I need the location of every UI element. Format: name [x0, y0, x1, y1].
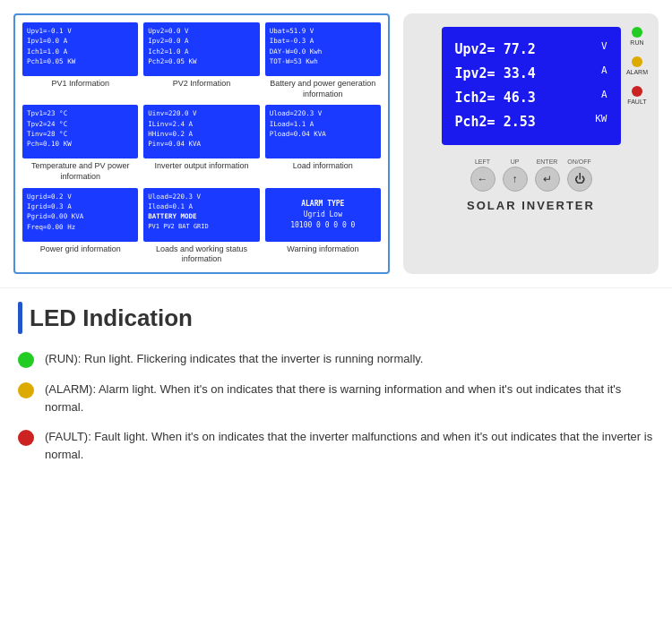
info-panel-load: Uload=220.3 VILoad=1.1 APload=0.04 KVALo… [265, 105, 381, 182]
led-items-container: (RUN): Run light. Flickering indicates t… [18, 350, 654, 463]
info-panel-pv2: Upv2=0.0 VIpv2=0.0 AIch2=1.0 APch2=0.05 … [143, 22, 259, 99]
device-led-label-alarm: ALARM [626, 69, 648, 75]
btn-label-on/off: ON/OFF [567, 158, 590, 165]
screen-data-row: Ich2= 46.3A [455, 86, 607, 110]
device-led-alarm: ALARM [626, 56, 648, 75]
nav-btn-enter[interactable]: ↵ [535, 167, 560, 192]
screen-inverter-output: Uinv=220.0 VILinv=2.4 AHHinv=0.2 APinv=0… [143, 105, 259, 158]
inverter-screen: Upv2= 77.2VIpv2= 33.4AIch2= 46.3APch2= 2… [442, 27, 621, 145]
screen-warning: ALARM TYPEUgrid Low10100 0 0 0 0 0 [265, 188, 381, 242]
inverter-buttons: LEFT←UP↑ENTER↵ON/OFF⏻ [470, 158, 592, 192]
screen-pv1: Upv1=-0.1 VIpv1=0.0 AIch1=1.0 APch1=0.05… [22, 22, 138, 76]
info-panel-loads-working: Uload=220.3 VIload=0.1 ABATTERY MODEPV1 … [143, 188, 259, 265]
info-panel-power-grid: Ugrid=0.2 VIgrid=0.3 APgrid=0.00 KVAFreq… [22, 188, 138, 265]
screen-data-row: Ipv2= 33.4A [455, 62, 607, 86]
btn-label-up: UP [511, 158, 520, 165]
info-panel-temp: Tpv1=23 °CTpv2=24 °CTinv=28 °CPch=0.10 K… [22, 105, 138, 182]
screen-load: Uload=220.3 VILoad=1.1 APload=0.04 KVA [265, 105, 381, 158]
info-panel-battery: Ubat=51.9 VIbat=-0.3 ADAY-W=0.0 KwhTOT-W… [265, 22, 381, 99]
device-led-dot-alarm [632, 56, 642, 67]
led-section: LED Indication (RUN): Run light. Flicker… [0, 287, 672, 489]
btn-label-left: LEFT [475, 158, 490, 165]
led-circle-red [18, 430, 34, 446]
top-section: Upv1=-0.1 VIpv1=0.0 AIch1=1.0 APch1=0.05… [0, 0, 672, 287]
screen-pv2: Upv2=0.0 VIpv2=0.0 AIch2=1.0 APch2=0.05 … [143, 22, 259, 76]
device-led-run: RUN [630, 27, 643, 46]
screen-label-inverter-output: Inverter output information [143, 161, 259, 172]
inverter-device: Upv2= 77.2VIpv2= 33.4AIch2= 46.3APch2= 2… [403, 13, 659, 274]
btn-group-on/off: ON/OFF⏻ [567, 158, 592, 192]
device-led-dot-run [632, 27, 642, 38]
screen-label-pv2: PV2 Information [143, 79, 259, 90]
device-led-label-fault: FAULT [627, 98, 646, 105]
nav-btn-left[interactable]: ← [470, 167, 495, 192]
inverter-title: SOLAR INVERTER [467, 199, 595, 212]
led-section-bar [18, 302, 22, 334]
device-led-dot-fault [632, 86, 642, 97]
screen-label-loads-working: Loads and working status information [143, 244, 259, 265]
led-description-red: (FAULT): Fault light. When it's on indic… [45, 428, 654, 463]
screen-loads-working: Uload=220.3 VIload=0.1 ABATTERY MODEPV1 … [143, 188, 259, 242]
info-panel-pv1: Upv1=-0.1 VIpv1=0.0 AIch1=1.0 APch1=0.05… [22, 22, 138, 99]
nav-btn-up[interactable]: ↑ [503, 167, 528, 192]
screen-label-warning: Warning information [265, 244, 381, 255]
btn-label-enter: ENTER [537, 158, 558, 165]
led-section-title: LED Indication [30, 304, 193, 332]
info-panel-inverter-output: Uinv=220.0 VILinv=2.4 AHHinv=0.2 APinv=0… [143, 105, 259, 182]
led-item-red: (FAULT): Fault light. When it's on indic… [18, 428, 654, 463]
device-led-label-run: RUN [630, 39, 643, 46]
led-section-header: LED Indication [18, 302, 654, 334]
led-item-yellow: (ALARM): Alarm light. When it's on indic… [18, 381, 654, 415]
led-circle-yellow [18, 382, 34, 398]
screen-label-load: Load information [265, 161, 381, 172]
btn-group-enter: ENTER↵ [535, 158, 560, 192]
nav-btn-on/off[interactable]: ⏻ [567, 167, 592, 192]
btn-group-up: UP↑ [503, 158, 528, 192]
led-item-green: (RUN): Run light. Flickering indicates t… [18, 350, 654, 368]
btn-group-left: LEFT← [470, 158, 495, 192]
screen-label-battery: Battery and power generation information [265, 79, 381, 99]
screen-temp: Tpv1=23 °CTpv2=24 °CTinv=28 °CPch=0.10 K… [22, 105, 138, 158]
screen-label-pv1: PV1 Information [22, 79, 138, 90]
led-description-green: (RUN): Run light. Flickering indicates t… [45, 350, 423, 368]
screen-power-grid: Ugrid=0.2 VIgrid=0.3 APgrid=0.00 KVAFreq… [22, 188, 138, 242]
screen-label-power-grid: Power grid information [22, 244, 138, 255]
led-circle-green [18, 352, 34, 368]
screen-label-temp: Temperature and PV power information [22, 161, 138, 182]
info-panels-grid: Upv1=-0.1 VIpv1=0.0 AIch1=1.0 APch1=0.05… [13, 13, 390, 274]
device-led-fault: FAULT [627, 86, 646, 105]
led-description-yellow: (ALARM): Alarm light. When it's on indic… [45, 381, 654, 415]
screen-data-row: Pch2= 2.53KW [455, 110, 607, 134]
screen-data-row: Upv2= 77.2V [455, 38, 607, 62]
led-indicators: RUNALARMFAULT [626, 27, 648, 105]
info-panel-warning: ALARM TYPEUgrid Low10100 0 0 0 0 0Warnin… [265, 188, 381, 265]
screen-battery: Ubat=51.9 VIbat=-0.3 ADAY-W=0.0 KwhTOT-W… [265, 22, 381, 76]
